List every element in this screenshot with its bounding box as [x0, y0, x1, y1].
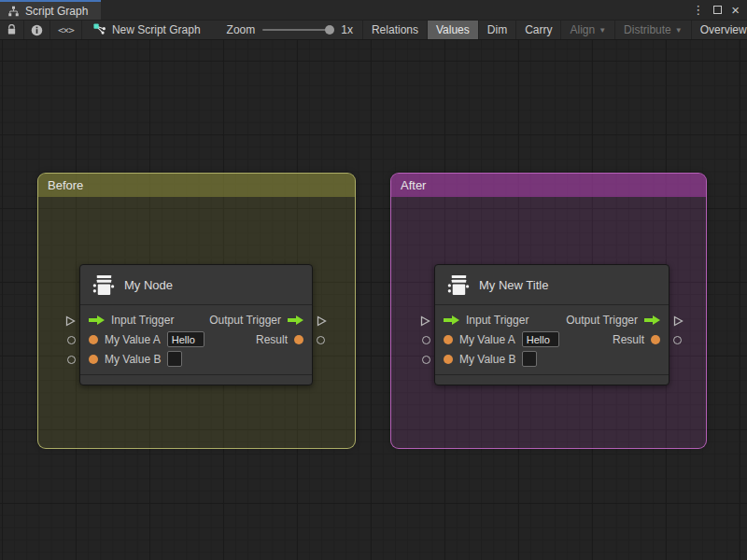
code-preview-icon: <×> [58, 24, 74, 36]
align-dropdown[interactable]: Align ▼ [561, 21, 615, 39]
zoom-value: 1x [341, 23, 353, 36]
value-a-field[interactable] [522, 331, 559, 347]
port-row: Input Trigger Output Trigger [80, 310, 312, 329]
trigger-arrow-icon [644, 315, 660, 325]
input-trigger[interactable]: Input Trigger [444, 314, 529, 327]
node-header[interactable]: My New Title [435, 265, 669, 305]
group-label: After [401, 178, 426, 192]
port-row: My Value A Result [80, 329, 312, 349]
value-output-result[interactable]: Result [613, 333, 660, 346]
close-icon[interactable]: × [731, 3, 740, 17]
trigger-output-port[interactable] [317, 315, 327, 327]
output-port-rail [669, 264, 688, 385]
output-trigger[interactable]: Output Trigger [209, 314, 303, 327]
trigger-input-port[interactable] [420, 315, 430, 327]
value-output-port[interactable] [673, 336, 682, 344]
input-port-rail [61, 264, 79, 385]
node-title: My Node [124, 278, 173, 292]
zoom-control: Zoom 1x [210, 21, 363, 39]
value-port-icon [89, 335, 98, 344]
value-input-b[interactable]: My Value B [89, 351, 182, 367]
port-row: My Value B [80, 349, 312, 369]
zoom-slider[interactable] [262, 29, 333, 31]
graph-node-icon [93, 23, 106, 36]
graph-canvas[interactable]: Before After [0, 40, 747, 560]
relations-button[interactable]: Relations [363, 21, 428, 39]
value-port-icon [294, 335, 303, 344]
trigger-arrow-icon [288, 315, 303, 325]
node-title: My New Title [479, 278, 548, 292]
input-port-rail [416, 264, 434, 385]
custom-unit-icon [446, 273, 470, 297]
value-input-port[interactable] [67, 336, 76, 344]
lock-icon [7, 24, 17, 35]
sitemap-icon [7, 6, 20, 17]
info-button[interactable] [24, 21, 50, 39]
trigger-output-port[interactable] [673, 315, 684, 327]
maximize-icon[interactable] [713, 6, 722, 14]
dim-button[interactable]: Dim [479, 21, 516, 39]
lock-button[interactable] [0, 21, 24, 39]
window-controls: ⋮ × [692, 0, 747, 20]
node-footer [435, 374, 669, 385]
values-button[interactable]: Values [428, 21, 479, 39]
input-trigger[interactable]: Input Trigger [89, 314, 174, 327]
chevron-down-icon: ▼ [599, 27, 606, 35]
value-a-field[interactable] [167, 331, 204, 347]
value-input-port[interactable] [422, 356, 430, 364]
info-icon [31, 24, 43, 36]
value-input-port[interactable] [67, 356, 76, 364]
node-header[interactable]: My Node [80, 265, 312, 305]
script-graph-window: Script Graph ⋮ × <×> [0, 0, 747, 560]
trigger-arrow-icon [89, 315, 105, 325]
zoom-slider-handle[interactable] [325, 25, 334, 35]
node-footer [80, 374, 312, 385]
port-row: My Value B [435, 349, 669, 369]
value-port-icon [89, 355, 98, 364]
tab-script-graph[interactable]: Script Graph [0, 0, 101, 20]
unit-node[interactable]: My New Title Input Trigger Output Trigge… [434, 264, 669, 385]
trigger-arrow-icon [444, 315, 459, 325]
node-my-node: My Node Input Trigger Output Trigger [61, 264, 331, 385]
chevron-down-icon: ▼ [675, 27, 683, 35]
group-before-header[interactable]: Before [38, 174, 355, 197]
output-trigger[interactable]: Output Trigger [566, 314, 660, 327]
value-port-icon [444, 335, 453, 344]
value-port-icon [444, 355, 453, 364]
value-port-icon [651, 335, 660, 344]
node-my-new-title: My New Title Input Trigger Output Trigge… [416, 264, 688, 385]
carry-button[interactable]: Carry [516, 21, 561, 39]
value-input-port[interactable] [422, 336, 430, 344]
menu-icon[interactable]: ⋮ [692, 4, 704, 16]
output-port-rail [313, 264, 331, 385]
node-ports: Input Trigger Output Trigger My Value A [435, 305, 669, 374]
current-graph: New Script Graph [82, 21, 210, 39]
distribute-dropdown[interactable]: Distribute ▼ [615, 21, 692, 39]
tabbar-spacer [101, 0, 692, 20]
group-label: Before [48, 178, 83, 192]
graph-name-label: New Script Graph [112, 23, 201, 36]
value-output-port[interactable] [317, 336, 325, 344]
unit-node[interactable]: My Node Input Trigger Output Trigger [79, 264, 313, 385]
value-b-field[interactable] [522, 351, 537, 367]
code-preview-button[interactable]: <×> [50, 21, 82, 39]
group-after-header[interactable]: After [391, 174, 706, 197]
port-row: Input Trigger Output Trigger [435, 310, 669, 329]
graph-toolbar: <×> New Script Graph Zoom 1x Relations V… [0, 20, 747, 40]
value-input-a[interactable]: My Value A [444, 331, 559, 347]
zoom-label: Zoom [227, 23, 256, 36]
value-output-result[interactable]: Result [256, 333, 303, 346]
port-row: My Value A Result [435, 329, 669, 349]
value-b-field[interactable] [167, 351, 182, 367]
node-ports: Input Trigger Output Trigger My Value A [80, 305, 312, 374]
overview-button[interactable]: Overview [692, 21, 747, 39]
value-input-b[interactable]: My Value B [444, 351, 537, 367]
value-input-a[interactable]: My Value A [89, 331, 204, 347]
tab-title: Script Graph [25, 5, 88, 18]
custom-unit-icon [92, 273, 115, 297]
tab-bar: Script Graph ⋮ × [0, 0, 747, 20]
trigger-input-port[interactable] [65, 315, 76, 327]
